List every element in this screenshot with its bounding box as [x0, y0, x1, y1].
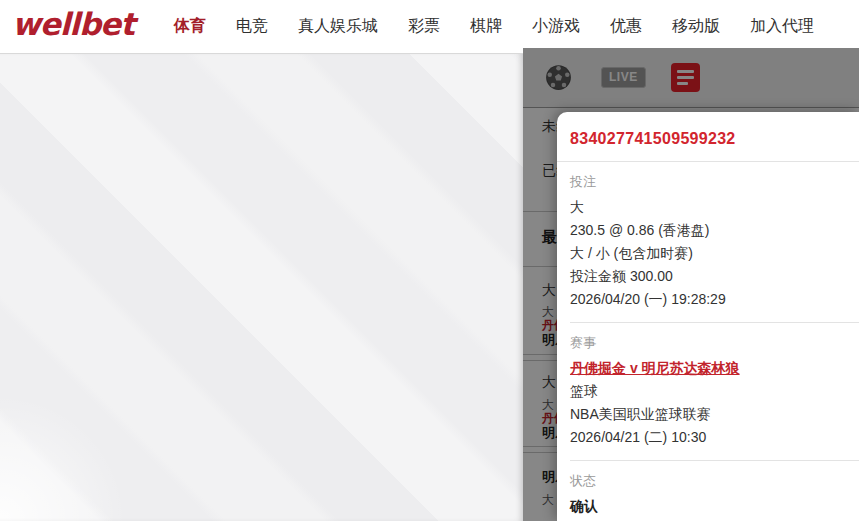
match-section: 赛事 丹佛掘金 v 明尼苏达森林狼 篮球 NBA美国职业篮球联赛 2026/04…	[557, 323, 859, 460]
match-link[interactable]: 丹佛掘金 v 明尼苏达森林狼	[570, 360, 740, 376]
nav-item-live-casino[interactable]: 真人娱乐城	[298, 16, 378, 37]
nav-item-cards[interactable]: 棋牌	[470, 16, 502, 37]
nav-item-promotions[interactable]: 优惠	[610, 16, 642, 37]
status-value: 确认	[570, 495, 846, 518]
nav-item-sports[interactable]: 体育	[174, 16, 206, 37]
nav-item-minigames[interactable]: 小游戏	[532, 16, 580, 37]
bet-detail-popup: 834027741509599232 投注 大 230.5 @ 0.86 (香港…	[557, 112, 859, 521]
nav-item-esports[interactable]: 电竞	[236, 16, 268, 37]
page: LIVE 未结算注单 已结算注单 最近投注 大 大 / 小 (包含加时赛) 丹佛…	[0, 0, 859, 521]
bet-id: 834027741509599232	[557, 112, 859, 161]
match-league: NBA美国职业篮球联赛	[570, 403, 846, 426]
site-header: wellbet 体育 电竞 真人娱乐城 彩票 棋牌 小游戏 优惠 移动版 加入代…	[0, 0, 859, 54]
left-background-area	[0, 53, 523, 521]
bet-selection: 大	[570, 196, 846, 219]
bet-section-label: 投注	[570, 172, 846, 192]
wellbet-logo[interactable]: wellbet	[12, 9, 134, 44]
match-section-label: 赛事	[570, 333, 846, 353]
bet-odds: 230.5 @ 0.86 (香港盘)	[570, 219, 846, 242]
status-section: 状态 确认	[557, 461, 859, 521]
sports-betting-panel: LIVE 未结算注单 已结算注单 最近投注 大 大 / 小 (包含加时赛) 丹佛…	[523, 48, 859, 521]
status-section-label: 状态	[570, 471, 846, 491]
main-nav: 体育 电竞 真人娱乐城 彩票 棋牌 小游戏 优惠 移动版 加入代理	[174, 16, 814, 37]
bet-section: 投注 大 230.5 @ 0.86 (香港盘) 大 / 小 (包含加时赛) 投注…	[557, 162, 859, 322]
nav-item-lottery[interactable]: 彩票	[408, 16, 440, 37]
bet-market: 大 / 小 (包含加时赛)	[570, 242, 846, 265]
match-sport: 篮球	[570, 380, 846, 403]
bet-placed-time: 2026/04/20 (一) 19:28:29	[570, 288, 846, 311]
nav-item-agent[interactable]: 加入代理	[750, 16, 814, 37]
match-start-time: 2026/04/21 (二) 10:30	[570, 426, 846, 449]
bet-stake: 投注金额 300.00	[570, 265, 846, 288]
nav-item-mobile[interactable]: 移动版	[672, 16, 720, 37]
